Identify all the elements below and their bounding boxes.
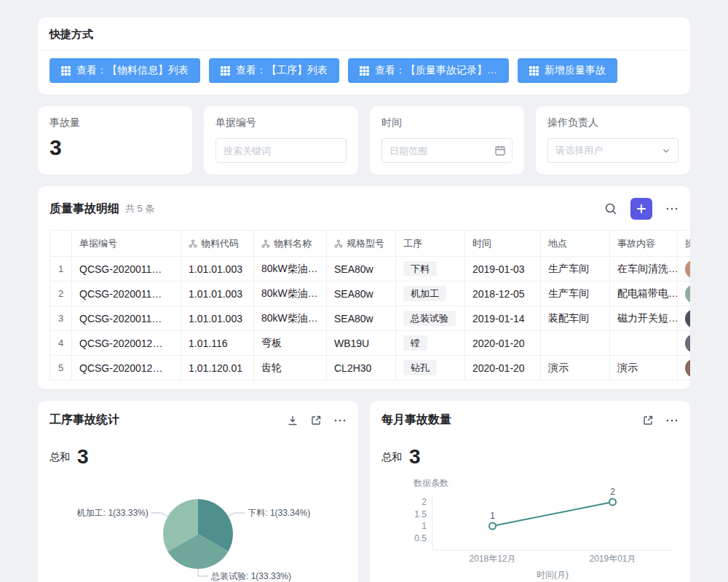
chart-title: 每月事故数量 <box>381 412 451 428</box>
monthly-line-chart-card: 每月事故数量 总和 3 <box>370 401 690 582</box>
column-header-label: 单据编号 <box>79 237 117 250</box>
total-label: 总和 <box>381 451 402 467</box>
cell-spec: SEA80w <box>327 306 396 331</box>
column-header-code: 单据编号 <box>72 231 181 257</box>
shortcut-button[interactable]: 查看：【工序】列表 <box>209 58 339 83</box>
pie-label-line <box>198 569 208 576</box>
cell-code: QCSG-2020012… <box>72 356 181 380</box>
chart-more-button[interactable] <box>333 414 347 427</box>
line-series <box>493 502 613 526</box>
avatar <box>685 359 690 378</box>
column-header-label: 操 <box>685 237 690 250</box>
pie-label-line <box>151 513 168 517</box>
relation-field-icon <box>189 239 197 248</box>
pie-slice-label: 下料: 1(33.34%) <box>248 508 310 518</box>
table-header-row: 单据编号物料代码物料名称规格型号工序时间地点事故内容操 <box>50 231 691 257</box>
table-row[interactable]: 1QCSG-2020011…1.01.01.00380kW柴油…SEA80w下料… <box>50 257 691 282</box>
dashboard-page: 快捷方式 查看：【物料信息】列表查看：【工序】列表查看：【质量事故记录】…新增质… <box>0 0 728 582</box>
cell-time: 2020-01-20 <box>465 356 541 380</box>
process-tag: 下料 <box>403 261 437 277</box>
more-actions-button[interactable] <box>665 202 678 215</box>
shortcut-button[interactable]: 新增质量事故 <box>518 58 617 83</box>
plus-icon <box>636 204 646 214</box>
cell-process: 总装试验 <box>396 306 465 331</box>
table-scroll-area[interactable]: 单据编号物料代码物料名称规格型号工序时间地点事故内容操1QCSG-2020011… <box>50 230 690 380</box>
keyword-search-input[interactable] <box>215 138 347 163</box>
line-point[interactable] <box>609 499 616 506</box>
avatar <box>685 284 690 303</box>
ellipsis-icon <box>333 414 347 427</box>
shortcut-button-label: 查看：【质量事故记录】… <box>375 64 497 77</box>
cell-mat_name: 80kW柴油… <box>254 257 327 282</box>
column-header-label: 地点 <box>548 237 567 250</box>
cell-spec: WB19U <box>327 331 396 356</box>
cell-mat_name: 80kW柴油… <box>254 282 327 306</box>
cell-process: 镗 <box>396 331 465 356</box>
column-header-label: 时间 <box>472 237 491 250</box>
table-row[interactable]: 5QCSG-2020012…1.01.120.01齿轮CL2H30钻孔2020-… <box>50 356 691 380</box>
grid-icon <box>360 66 369 76</box>
column-header-mat_code: 物料代码 <box>181 231 254 257</box>
open-fullscreen-button[interactable] <box>310 415 322 426</box>
download-icon <box>287 415 298 426</box>
x-tick-label: 2019年01月 <box>589 554 636 564</box>
chart-title: 工序事故统计 <box>50 412 119 428</box>
export-button[interactable] <box>287 415 298 426</box>
chart-more-button[interactable] <box>665 414 678 427</box>
table-row[interactable]: 4QCSG-2020012…1.01.116弯板WB19U镗2020-01-20 <box>50 331 691 356</box>
table-row-count: 共 5 条 <box>125 202 154 215</box>
table-row[interactable]: 2QCSG-2020011…1.01.01.00380kW柴油…SEA80w机加… <box>50 282 691 306</box>
charts-row: 工序事故统计 <box>38 401 690 582</box>
cell-mat_code: 1.01.120.01 <box>181 356 254 380</box>
column-header-mat_name: 物料名称 <box>254 231 327 257</box>
grid-icon <box>61 66 71 76</box>
cell-owner <box>678 356 691 380</box>
add-record-button[interactable] <box>630 198 652 220</box>
filter-card-document-code: 单据编号 <box>204 106 358 175</box>
total-value: 3 <box>409 447 421 467</box>
cell-content: 配电箱带电… <box>610 282 678 306</box>
open-in-new-icon <box>642 415 654 426</box>
cell-index: 4 <box>50 331 72 356</box>
cell-place: 生产车间 <box>541 257 610 282</box>
cell-place: 生产车间 <box>541 282 610 306</box>
date-range-input[interactable] <box>381 138 513 163</box>
open-fullscreen-button[interactable] <box>642 415 654 426</box>
column-header-label: 物料名称 <box>274 237 312 250</box>
y-tick-label: 0.5 <box>414 533 427 543</box>
cell-owner <box>678 306 691 331</box>
shortcut-button[interactable]: 查看：【物料信息】列表 <box>50 58 200 83</box>
stat-value: 3 <box>50 135 181 159</box>
process-tag: 总装试验 <box>403 311 456 327</box>
axis-line <box>432 496 673 550</box>
filter-label: 单据编号 <box>215 116 347 129</box>
search-button[interactable] <box>604 202 617 215</box>
y-tick-label: 2 <box>422 497 427 507</box>
line-point[interactable] <box>489 523 496 530</box>
y-tick-label: 1 <box>422 521 427 531</box>
cell-code: QCSG-2020012… <box>72 331 181 356</box>
column-header-index <box>50 231 72 257</box>
process-tag: 镗 <box>403 335 427 351</box>
avatar <box>685 309 690 328</box>
user-select[interactable]: 请选择用户 <box>547 138 678 163</box>
cell-place <box>541 331 610 356</box>
shortcut-button-row: 查看：【物料信息】列表查看：【工序】列表查看：【质量事故记录】…新增质量事故 <box>38 50 690 95</box>
cell-time: 2018-12-05 <box>465 282 541 306</box>
table-row[interactable]: 3QCSG-2020011…1.01.01.00380kW柴油…SEA80w总装… <box>50 306 691 331</box>
relation-field-icon <box>261 239 270 248</box>
column-header-time: 时间 <box>465 231 541 257</box>
cell-mat_code: 1.01.116 <box>181 331 254 356</box>
y-tick-label: 1.5 <box>414 509 427 519</box>
cell-place: 演示 <box>541 356 610 380</box>
cell-index: 1 <box>50 257 72 282</box>
shortcut-button[interactable]: 查看：【质量事故记录】… <box>348 58 509 83</box>
y-axis-name: 数据条数 <box>414 478 448 488</box>
accident-detail-table: 单据编号物料代码物料名称规格型号工序时间地点事故内容操1QCSG-2020011… <box>50 230 690 380</box>
column-header-place: 地点 <box>541 231 610 257</box>
cell-content: 演示 <box>610 356 678 380</box>
cell-time: 2019-01-14 <box>465 306 541 331</box>
search-icon <box>604 202 617 215</box>
grid-icon <box>221 66 230 76</box>
cell-content <box>610 331 678 356</box>
